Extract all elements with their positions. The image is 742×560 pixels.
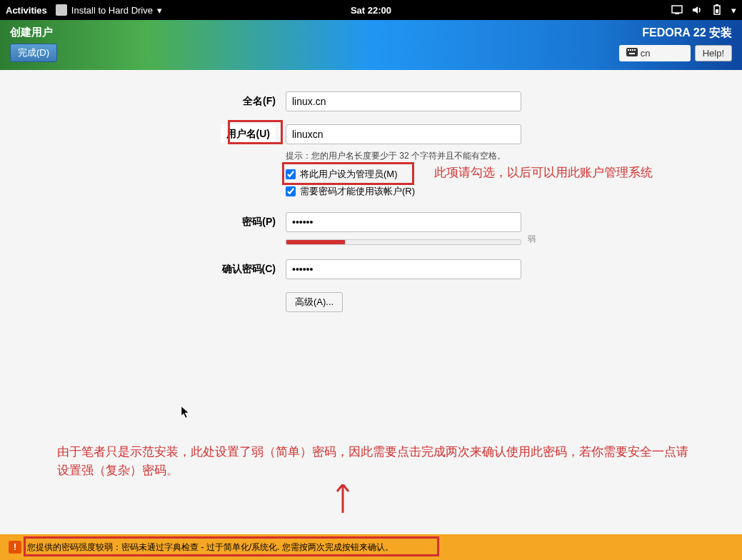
fullname-label: 全名(F) (0, 95, 286, 108)
user-form: 全名(F) 用户名(U) 提示：您的用户名长度要少于 32 个字符并且不能有空格… (0, 70, 742, 346)
chevron-down-icon: ▾ (731, 5, 736, 16)
page-title: 创建用户 (10, 26, 57, 39)
volume-icon (691, 4, 703, 16)
svg-rect-3 (716, 4, 718, 6)
annotation-password-note: 由于笔者只是示范安装，此处设置了弱（简单）密码，因此需要点击完成两次来确认使用此… (57, 443, 700, 479)
svg-rect-7 (630, 49, 631, 51)
svg-rect-5 (626, 48, 638, 56)
svg-rect-1 (675, 13, 679, 14)
warning-icon: ! (9, 541, 21, 554)
warning-bar: ! 您提供的密码强度较弱：密码未通过字典检查 - 过于简单化/系统化. 您需按两… (0, 534, 742, 560)
username-label: 用户名(U) (221, 124, 276, 143)
advanced-button[interactable]: 高级(A)... (286, 292, 343, 312)
admin-checkbox[interactable] (286, 169, 296, 179)
chevron-down-icon: ▾ (157, 5, 162, 16)
require-password-checkbox[interactable] (286, 186, 296, 196)
gnome-top-bar: Activities Install to Hard Drive ▾ Sat 2… (0, 0, 742, 20)
cursor-icon (181, 406, 191, 421)
username-input[interactable] (286, 124, 521, 144)
app-menu[interactable]: Install to Hard Drive ▾ (56, 4, 162, 16)
app-name: Install to Hard Drive (71, 5, 153, 16)
svg-rect-4 (716, 9, 718, 13)
keyboard-icon (626, 48, 638, 59)
require-password-label: 需要密码才能使用该帐户(R) (300, 185, 415, 198)
display-icon (671, 4, 683, 16)
password-strength-label: 弱 (528, 234, 536, 244)
confirm-password-input[interactable] (286, 259, 521, 279)
clock[interactable]: Sat 22:00 (351, 5, 391, 16)
password-input[interactable] (286, 212, 521, 232)
help-button[interactable]: Help! (695, 45, 732, 61)
svg-rect-9 (634, 49, 636, 51)
keyboard-indicator[interactable]: cn (619, 45, 691, 61)
svg-rect-10 (629, 53, 635, 54)
admin-checkbox-label: 将此用户设为管理员(M) (300, 168, 398, 181)
system-tray[interactable]: ▾ (391, 4, 736, 16)
warning-text: 您提供的密码强度较弱：密码未通过字典检查 - 过于简单化/系统化. 您需按两次完… (27, 541, 393, 554)
fullname-input[interactable] (286, 91, 521, 111)
battery-icon (711, 4, 723, 16)
svg-rect-0 (672, 6, 682, 13)
product-title: FEDORA 22 安装 (642, 26, 732, 41)
activities-button[interactable]: Activities (6, 5, 47, 16)
svg-rect-6 (628, 49, 629, 51)
installer-header: 创建用户 完成(D) FEDORA 22 安装 cn Help! (0, 20, 742, 70)
done-button[interactable]: 完成(D) (10, 44, 57, 62)
svg-rect-8 (632, 49, 633, 51)
keyboard-label: cn (641, 48, 651, 59)
hdd-icon (56, 4, 67, 16)
annotation-arrow-icon (334, 484, 351, 525)
annotation-admin-note: 此项请勾选，以后可以用此账户管理系统 (434, 164, 734, 182)
password-label: 密码(P) (0, 216, 286, 229)
confirm-password-label: 确认密码(C) (0, 263, 286, 276)
password-strength-meter: 弱 (286, 236, 521, 245)
username-hint: 提示：您的用户名长度要少于 32 个字符并且不能有空格。 (286, 150, 521, 162)
